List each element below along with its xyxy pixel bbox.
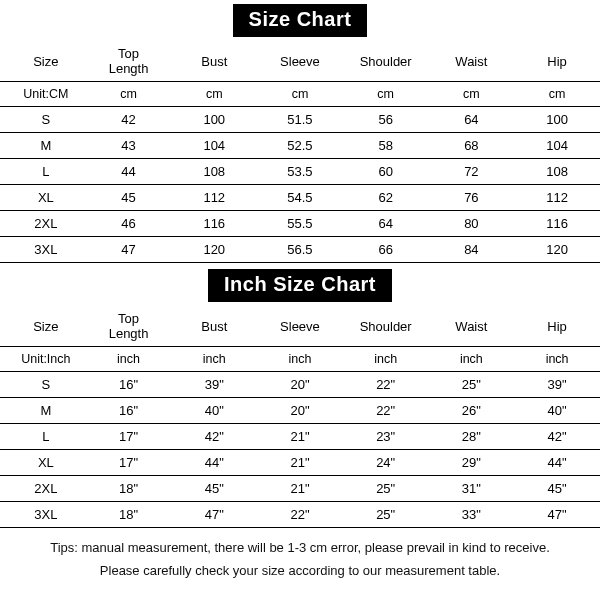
unit-label: Unit:Inch (0, 347, 86, 372)
unit-cell: inch (86, 347, 172, 372)
table-row: 3XL18"47"22"25"33"47" (0, 502, 600, 528)
unit-cell: cm (257, 82, 343, 107)
table-row: XL4511254.56276112 (0, 185, 600, 211)
tips-line-1: Tips: manual measurement, there will be … (0, 536, 600, 559)
unit-cell: inch (257, 347, 343, 372)
cm-unit-row: Unit:CM cm cm cm cm cm cm (0, 82, 600, 107)
col-sleeve: Sleeve (257, 41, 343, 82)
col-hip: Hip (514, 306, 600, 347)
unit-cell: cm (343, 82, 429, 107)
col-bust: Bust (171, 41, 257, 82)
cm-table: Size TopLength Bust Sleeve Shoulder Wais… (0, 41, 600, 263)
table-row: L17"42"21"23"28"42" (0, 424, 600, 450)
cm-title: Size Chart (233, 4, 368, 37)
col-top-length: TopLength (86, 41, 172, 82)
unit-cell: cm (86, 82, 172, 107)
unit-cell: cm (429, 82, 515, 107)
tips-block: Tips: manual measurement, there will be … (0, 536, 600, 583)
table-row: M16"40"20"22"26"40" (0, 398, 600, 424)
tips-line-2: Please carefully check your size accordi… (0, 559, 600, 582)
page-container: Size Chart Size TopLength Bust Sleeve Sh… (0, 0, 600, 600)
col-shoulder: Shoulder (343, 306, 429, 347)
col-top-length: TopLength (86, 306, 172, 347)
table-row: 3XL4712056.56684120 (0, 237, 600, 263)
col-size: Size (0, 306, 86, 347)
col-hip: Hip (514, 41, 600, 82)
table-row: S4210051.55664100 (0, 107, 600, 133)
inch-table: Size TopLength Bust Sleeve Shoulder Wais… (0, 306, 600, 528)
unit-label: Unit:CM (0, 82, 86, 107)
table-row: XL17"44"21"24"29"44" (0, 450, 600, 476)
table-row: M4310452.55868104 (0, 133, 600, 159)
col-bust: Bust (171, 306, 257, 347)
unit-cell: inch (343, 347, 429, 372)
col-sleeve: Sleeve (257, 306, 343, 347)
col-waist: Waist (429, 306, 515, 347)
col-shoulder: Shoulder (343, 41, 429, 82)
col-size: Size (0, 41, 86, 82)
inch-unit-row: Unit:Inch inch inch inch inch inch inch (0, 347, 600, 372)
col-waist: Waist (429, 41, 515, 82)
table-row: 2XL4611655.56480116 (0, 211, 600, 237)
unit-cell: cm (171, 82, 257, 107)
unit-cell: cm (514, 82, 600, 107)
unit-cell: inch (514, 347, 600, 372)
unit-cell: inch (429, 347, 515, 372)
inch-title: Inch Size Chart (208, 269, 392, 302)
inch-header-row: Size TopLength Bust Sleeve Shoulder Wais… (0, 306, 600, 347)
unit-cell: inch (171, 347, 257, 372)
cm-header-row: Size TopLength Bust Sleeve Shoulder Wais… (0, 41, 600, 82)
table-row: 2XL18"45"21"25"31"45" (0, 476, 600, 502)
table-row: L4410853.56072108 (0, 159, 600, 185)
table-row: S16"39"20"22"25"39" (0, 372, 600, 398)
